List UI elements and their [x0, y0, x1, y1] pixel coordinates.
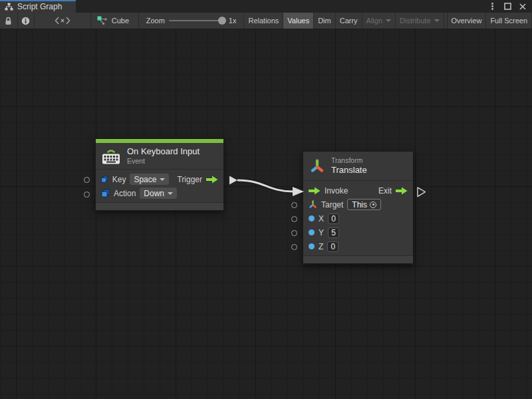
lock-button[interactable] [0, 13, 18, 29]
x-row: X 0 [303, 211, 413, 225]
dropdown-caret-icon [386, 19, 391, 22]
x-input-port[interactable] [291, 216, 297, 222]
full-screen-button[interactable]: Full Screen [486, 13, 532, 29]
action-input-port[interactable] [84, 192, 90, 198]
y-port-label: Y [319, 228, 324, 237]
translate-node-title: Translate [331, 165, 367, 176]
zoom-value: 1x [229, 17, 237, 25]
exit-port-label: Exit [378, 186, 392, 196]
info-button[interactable] [18, 13, 35, 29]
zoom-slider[interactable] [169, 20, 225, 21]
tab-script-graph[interactable]: Script Graph [0, 0, 76, 13]
relations-button[interactable]: Relations [244, 13, 283, 29]
zoom-label: Zoom [146, 17, 165, 25]
x-value-input[interactable]: 0 [328, 213, 339, 224]
target-input-port[interactable] [291, 202, 297, 208]
event-node-header[interactable]: On Keyboard Input Event [96, 143, 223, 170]
z-row: Z 0 [303, 239, 413, 253]
graph-canvas[interactable]: On Keyboard Input Event Key Space [0, 29, 532, 399]
info-icon [21, 17, 30, 25]
zoom-control: Zoom 1x [139, 13, 245, 29]
lock-icon [5, 17, 12, 25]
exit-continuation-icon [418, 188, 426, 197]
event-node-footer [96, 202, 223, 210]
distribute-button[interactable]: Distribute [396, 13, 444, 29]
target-object-field[interactable]: This [347, 199, 381, 210]
key-port-row: Key Space Trigger [96, 172, 223, 186]
target-port-label: Target [321, 200, 343, 209]
toolbar-buttons: Relations Values Dim Carry Align Distrib… [244, 13, 532, 29]
zoom-slider-handle[interactable] [218, 17, 226, 25]
context-label: Cube [112, 17, 129, 25]
y-value-input[interactable]: 5 [328, 227, 339, 238]
dropdown-caret-icon [160, 178, 165, 181]
invoke-row: Invoke Exit [303, 184, 413, 198]
translate-node-category: Transform [331, 156, 367, 165]
active-tab-accent [0, 0, 76, 1]
tab-bar: Script Graph [0, 0, 532, 13]
graph-toolbar: Cube Zoom 1x Relations Values Dim Carry … [0, 13, 532, 29]
action-port-label: Action [114, 189, 136, 198]
window-controls [487, 0, 532, 13]
value-literal-icon [101, 175, 108, 184]
close-icon[interactable] [517, 1, 528, 11]
trigger-invoke-wire [237, 180, 293, 192]
event-node-subtitle: Event [127, 157, 200, 166]
value-dot-icon [309, 243, 315, 249]
maximize-icon[interactable] [502, 1, 513, 11]
graph-pointer-icon [97, 16, 108, 25]
invoke-flow-arrow-icon[interactable] [309, 187, 321, 195]
z-port-label: Z [319, 242, 323, 251]
key-port-label: Key [112, 175, 126, 184]
wire-start-arrow-icon [229, 176, 237, 185]
value-literal-icon [101, 189, 110, 198]
dropdown-caret-icon [168, 192, 173, 195]
invoke-port-label: Invoke [325, 186, 348, 196]
trigger-port-label: Trigger [177, 175, 202, 184]
align-button[interactable]: Align [362, 13, 396, 29]
value-dot-icon [309, 229, 315, 235]
z-input-port[interactable] [291, 244, 297, 250]
key-input-port[interactable] [84, 177, 90, 183]
action-port-row: Action Down [96, 186, 223, 200]
connection-layer [0, 29, 532, 399]
script-graph-window: Script Graph [0, 0, 532, 399]
key-dropdown[interactable]: Space [130, 174, 169, 185]
translate-node-header[interactable]: Transform Translate [303, 152, 413, 181]
graph-icon [5, 3, 13, 11]
exit-flow-arrow-icon[interactable] [396, 187, 408, 195]
code-icon [55, 17, 70, 25]
carry-button[interactable]: Carry [336, 13, 362, 29]
on-keyboard-input-node[interactable]: On Keyboard Input Event Key Space [95, 138, 224, 211]
transform-icon [310, 158, 325, 174]
preview-code-button[interactable] [35, 13, 91, 29]
tab-title: Script Graph [17, 2, 62, 11]
event-node-body: Key Space Trigger Act [96, 170, 223, 202]
keyboard-icon [101, 148, 121, 165]
y-row: Y 5 [303, 225, 413, 239]
graph-context-breadcrumb[interactable]: Cube [91, 13, 139, 29]
action-dropdown[interactable]: Down [140, 188, 177, 199]
translate-node[interactable]: Transform Translate Invoke Exit [303, 151, 414, 264]
overview-button[interactable]: Overview [447, 13, 487, 29]
trigger-flow-arrow-icon[interactable] [206, 176, 218, 184]
x-port-label: X [319, 214, 324, 223]
transform-mini-icon [309, 200, 317, 209]
dim-button[interactable]: Dim [314, 13, 336, 29]
event-node-title: On Keyboard Input [127, 146, 200, 157]
values-button[interactable]: Values [283, 13, 314, 29]
translate-node-footer [303, 255, 413, 263]
y-input-port[interactable] [291, 230, 297, 236]
target-row: Target This [303, 198, 413, 211]
object-picker-icon [370, 201, 376, 208]
dropdown-caret-icon [434, 19, 440, 22]
translate-node-body: Invoke Exit Target [303, 181, 413, 255]
value-dot-icon [309, 215, 315, 221]
kebab-menu-icon[interactable] [487, 1, 497, 11]
z-value-input[interactable]: 0 [327, 241, 338, 252]
